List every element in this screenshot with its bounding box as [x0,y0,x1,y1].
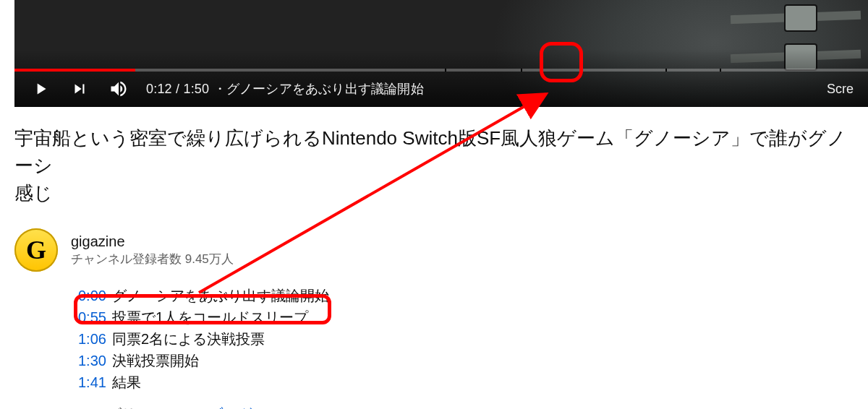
channel-row: G gigazine チャンネル登録者数 9.45万人 [14,228,868,272]
chapter-list: 0:00 グノーシアをあぶり出す議論開始 0:55 投票で1人をコールドスリープ… [78,285,868,409]
chapter-label: 投票で1人をコールドスリープ [112,306,308,328]
chapter-row: 0:55 投票で1人をコールドスリープ [78,306,868,328]
channel-subscribers: チャンネル登録者数 9.45万人 [71,251,234,267]
meta-category-label: カテゴリ [78,403,136,409]
video-title: 宇宙船という密室で繰り広げられるNintendo Switch版SF風人狼ゲーム… [14,124,854,207]
player-controls: 0:12 / 1:50 ・グノーシアをあぶり出す議論開始 Scre [14,71,868,107]
time-display: 0:12 / 1:50 ・グノーシアをあぶり出す議論開始 [146,80,424,98]
chapter-row: 1:41 結果 [78,371,868,393]
chapter-row: 1:30 決戦投票開始 [78,350,868,371]
play-button[interactable] [29,77,52,100]
volume-button[interactable] [107,77,130,100]
right-control-label-partial[interactable]: Scre [827,82,854,97]
chapter-label: 決戦投票開始 [112,350,199,371]
chapter-timestamp[interactable]: 0:00 [78,285,106,306]
duration: 1:50 [183,82,209,96]
chapter-row: 1:06 同票2名による決戦投票 [78,328,868,350]
video-player[interactable]: 0:12 / 1:50 ・グノーシアをあぶり出す議論開始 Scre [14,0,868,107]
chapter-row: 0:00 グノーシアをあぶり出す議論開始 [78,285,868,306]
chapter-label: グノーシアをあぶり出す議論開始 [112,285,329,306]
chapter-timestamp[interactable]: 1:41 [78,371,106,393]
meta-category-value[interactable]: ブログ [208,403,252,409]
chapter-timestamp[interactable]: 0:55 [78,306,106,328]
chapter-timestamp[interactable]: 1:06 [78,328,106,350]
next-button[interactable] [68,77,91,100]
meta-row: カテゴリ ブログ [78,403,868,409]
chapter-timestamp[interactable]: 1:30 [78,350,106,371]
current-time: 0:12 [146,82,172,96]
chapter-label: 同票2名による決戦投票 [112,328,265,350]
channel-avatar[interactable]: G [14,228,58,272]
chapter-label: 結果 [112,371,141,393]
channel-name[interactable]: gigazine [71,233,234,249]
current-chapter-label: グノーシアをあぶり出す議論開始 [226,82,424,96]
